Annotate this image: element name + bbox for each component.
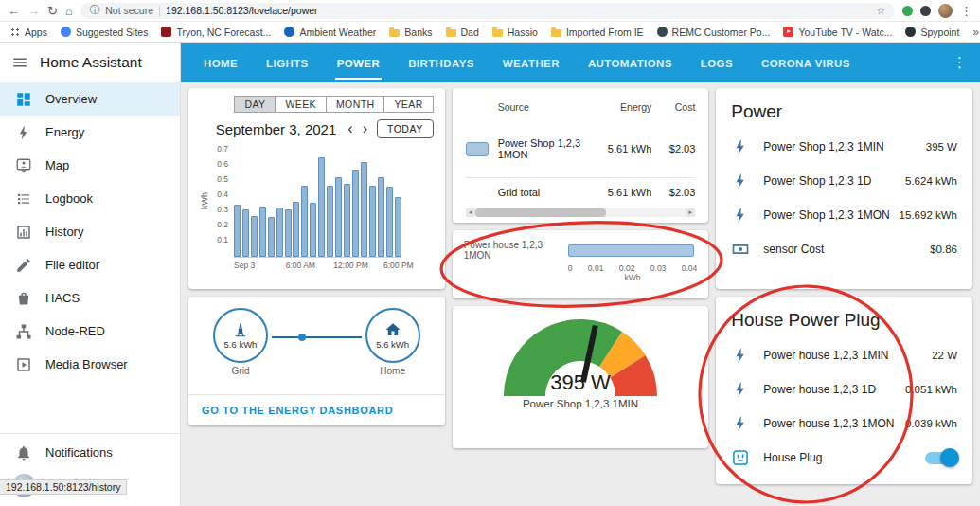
bookmark-item[interactable]: Ambient Weather bbox=[284, 27, 376, 38]
info-icon[interactable]: ⓘ bbox=[90, 4, 100, 17]
column-1: DAY WEEK MONTH YEAR September 3, 2021 ‹ … bbox=[188, 88, 445, 425]
bookmark-item[interactable]: Hassio bbox=[492, 27, 538, 38]
entity-row-power-house-1min[interactable]: Power house 1,2,3 1MIN 22 W bbox=[731, 338, 957, 372]
entity-row-sensor-cost[interactable]: sensor Cost $0.86 bbox=[731, 232, 957, 266]
sidebar-item-overview[interactable]: Overview bbox=[0, 82, 180, 116]
energy-bar bbox=[386, 187, 393, 257]
grid-label: Grid bbox=[232, 366, 250, 376]
header-source: Source bbox=[498, 101, 592, 113]
reload-button[interactable]: ↻ bbox=[47, 5, 58, 17]
energy-bar bbox=[310, 203, 316, 257]
bookmark-label: Suggested Sites bbox=[76, 27, 148, 38]
home-button[interactable]: ⌂ bbox=[65, 5, 73, 17]
tab-automations[interactable]: AUTOMATIONS bbox=[586, 45, 674, 80]
energy-bar bbox=[318, 157, 325, 257]
tab-corona-virus[interactable]: CORONA VIRUS bbox=[759, 45, 852, 80]
energy-sources-table-card: Source Energy Cost Power Shop 1,2,3 1MON… bbox=[453, 88, 709, 223]
house-plug-toggle[interactable] bbox=[925, 452, 957, 464]
total-energy: 5.61 kWh bbox=[591, 187, 651, 198]
extension-dark-icon[interactable] bbox=[920, 6, 931, 16]
overflow-menu-icon[interactable]: ⋮ bbox=[953, 54, 967, 71]
bookmark-label: Imported From IE bbox=[566, 27, 644, 38]
browser-profile-avatar[interactable] bbox=[938, 4, 953, 18]
period-week-button[interactable]: WEEK bbox=[275, 96, 327, 113]
back-button[interactable]: ← bbox=[8, 5, 20, 17]
sidebar-header: Home Assistant bbox=[0, 43, 180, 82]
date-row: September 3, 2021 ‹ › TODAY bbox=[200, 119, 434, 138]
sidebar-bottom: Notifications Grey Lancaster bbox=[0, 433, 180, 506]
home-node[interactable]: 5.6 kWh Home bbox=[365, 308, 420, 394]
bookmark-star-icon[interactable]: ☆ bbox=[877, 5, 885, 16]
tab-logs[interactable]: LOGS bbox=[699, 45, 735, 80]
notifications-button[interactable]: Notifications bbox=[0, 436, 180, 469]
bookmark-item[interactable]: Apps bbox=[9, 27, 47, 38]
sidebar-item-node-red[interactable]: Node-RED bbox=[0, 315, 180, 348]
bookmark-item[interactable]: YouTube TV - Watc... bbox=[783, 27, 892, 38]
sidebar-item-map[interactable]: Map bbox=[0, 149, 180, 182]
period-day-button[interactable]: DAY bbox=[234, 96, 276, 113]
bookmark-item[interactable]: Suggested Sites bbox=[61, 27, 148, 38]
energy-dashboard-link[interactable]: GO TO THE ENERGY DASHBOARD bbox=[188, 394, 445, 425]
entity-name: Power Shop 1,2,3 1MIN bbox=[763, 140, 925, 154]
scroll-left-arrow[interactable]: ◄ bbox=[466, 208, 475, 217]
column-3: Power Power Shop 1,2,3 1MIN 395 W Power … bbox=[716, 88, 972, 484]
period-month-button[interactable]: MONTH bbox=[326, 96, 385, 113]
entity-row-power-house-1d[interactable]: Power house 1,2,3 1D 0.051 kWh bbox=[731, 372, 957, 407]
energy-distribution: 5.6 kWh Grid 5.6 kWh Home bbox=[188, 297, 445, 394]
tab-weather[interactable]: WEATHER bbox=[501, 45, 561, 80]
entity-value: 22 W bbox=[932, 350, 957, 361]
sidebar-item-hacs[interactable]: HACS bbox=[0, 281, 180, 315]
bookmark-label: Hassio bbox=[508, 27, 538, 38]
scroll-right-arrow[interactable]: ► bbox=[686, 208, 695, 217]
grid-node[interactable]: 5.6 kWh Grid bbox=[213, 308, 268, 394]
bookmark-item[interactable]: Banks bbox=[389, 27, 432, 38]
next-day-button[interactable]: › bbox=[363, 121, 367, 136]
tab-home[interactable]: HOME bbox=[202, 45, 240, 80]
sidebar-item-label: Logbook bbox=[45, 191, 93, 206]
horizontal-scrollbar[interactable]: ◄ ► bbox=[466, 208, 696, 217]
address-bar[interactable]: ⓘ Not secure 192.168.1.50:8123/lovelace/… bbox=[80, 3, 895, 19]
period-tabs: DAY WEEK MONTH YEAR bbox=[200, 96, 434, 113]
bookmark-item[interactable]: Spypoint bbox=[905, 27, 959, 38]
table-row[interactable]: Power Shop 1,2,3 1MON 5.61 kWh $2.03 bbox=[466, 120, 696, 177]
prev-day-button[interactable]: ‹ bbox=[347, 121, 352, 136]
sidebar-item-media-browser[interactable]: Media Browser bbox=[0, 348, 180, 381]
entity-value: 395 W bbox=[926, 141, 957, 153]
folder-icon bbox=[492, 29, 503, 37]
today-button[interactable]: TODAY bbox=[377, 119, 434, 138]
sidebar-item-file-editor[interactable]: File editor bbox=[0, 248, 180, 281]
power-gauge-card[interactable]: 395 W Power Shop 1,2,3 1MIN bbox=[453, 306, 709, 448]
flash-icon bbox=[731, 380, 750, 399]
sidebar-item-logbook[interactable]: Logbook bbox=[0, 182, 180, 215]
entity-value: 0.039 kWh bbox=[905, 418, 957, 429]
browser-menu-icon[interactable]: ⋮ bbox=[960, 5, 972, 17]
column-2: Source Energy Cost Power Shop 1,2,3 1MON… bbox=[453, 88, 709, 448]
bookmark-label: YouTube TV - Watc... bbox=[798, 27, 892, 38]
bookmark-item[interactable]: Dad bbox=[446, 27, 479, 38]
bookmark-item[interactable]: Tryon, NC Forecast... bbox=[161, 27, 271, 38]
x-tick: 6:00 PM bbox=[383, 261, 414, 270]
house-bar-area bbox=[568, 244, 698, 258]
extension-green-icon[interactable] bbox=[902, 6, 913, 16]
entity-row-power-shop-1min[interactable]: Power Shop 1,2,3 1MIN 395 W bbox=[731, 130, 957, 164]
folder-icon bbox=[551, 29, 561, 37]
bookmarks-overflow-chevron[interactable]: » bbox=[972, 26, 979, 39]
period-year-button[interactable]: YEAR bbox=[383, 96, 433, 113]
sidebar-item-energy[interactable]: Energy bbox=[0, 116, 180, 149]
tab-birthdays[interactable]: BIRTHDAYS bbox=[406, 45, 476, 80]
forward-button[interactable]: → bbox=[27, 5, 40, 17]
entity-row-house-plug[interactable]: House Plug bbox=[731, 441, 957, 475]
sidebar-toggle-icon[interactable] bbox=[11, 54, 28, 71]
house-bar-axis-label: kWh bbox=[568, 273, 698, 282]
tab-lights[interactable]: LIGHTS bbox=[264, 45, 311, 80]
entity-row-power-shop-1d[interactable]: Power Shop 1,2,3 1D 5.624 kWh bbox=[731, 164, 957, 198]
bookmark-item[interactable]: REMC Customer Po... bbox=[657, 27, 771, 38]
entity-row-power-shop-1mon[interactable]: Power Shop 1,2,3 1MON 15.692 kWh bbox=[731, 198, 957, 232]
sidebar-item-history[interactable]: History bbox=[0, 215, 180, 248]
entity-row-power-house-1mon[interactable]: Power house 1,2,3 1MON 0.039 kWh bbox=[731, 407, 957, 441]
scroll-track[interactable] bbox=[475, 208, 686, 217]
scroll-thumb[interactable] bbox=[475, 208, 606, 217]
y-tick: 0.6 bbox=[217, 159, 228, 169]
bookmark-item[interactable]: Imported From IE bbox=[551, 27, 644, 38]
tab-power[interactable]: POWER bbox=[335, 45, 382, 80]
